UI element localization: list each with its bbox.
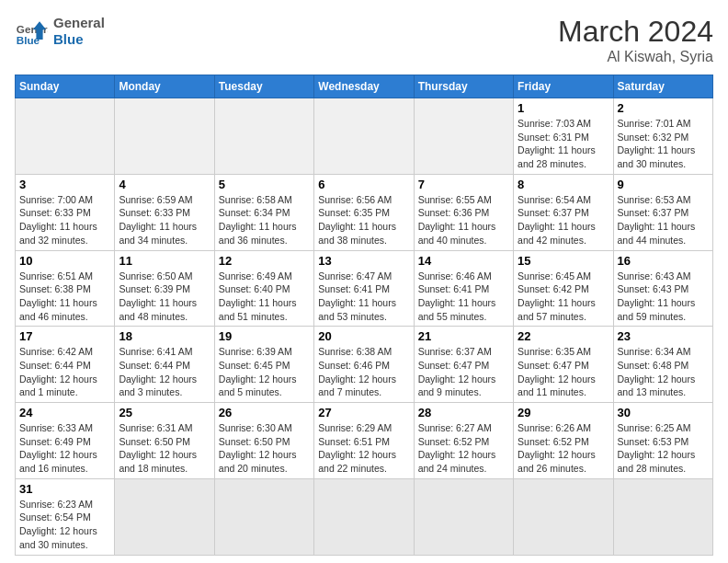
calendar-cell: 30Sunrise: 6:25 AMSunset: 6:53 PMDayligh… — [613, 403, 712, 479]
day-number: 2 — [618, 101, 709, 115]
title-area: March 2024 Al Kiswah, Syria — [558, 15, 713, 65]
day-number: 25 — [119, 406, 210, 419]
day-number: 14 — [418, 254, 509, 268]
day-info: Sunrise: 6:47 AMSunset: 6:41 PMDaylight:… — [318, 270, 409, 324]
calendar-cell: 27Sunrise: 6:29 AMSunset: 6:51 PMDayligh… — [314, 403, 414, 479]
day-info: Sunrise: 6:26 AMSunset: 6:52 PMDaylight:… — [518, 421, 609, 476]
calendar-cell — [16, 98, 115, 175]
day-info: Sunrise: 6:54 AMSunset: 6:37 PMDaylight:… — [518, 193, 609, 247]
day-info: Sunrise: 6:43 AMSunset: 6:43 PMDaylight:… — [618, 270, 709, 324]
calendar-cell: 23Sunrise: 6:34 AMSunset: 6:48 PMDayligh… — [613, 327, 712, 403]
calendar-cell — [414, 98, 513, 175]
calendar-cell: 7Sunrise: 6:55 AMSunset: 6:36 PMDaylight… — [414, 174, 513, 250]
calendar-cell — [314, 478, 414, 555]
day-number: 20 — [318, 329, 409, 343]
day-number: 31 — [19, 482, 110, 496]
day-info: Sunrise: 6:49 AMSunset: 6:40 PMDaylight:… — [219, 270, 310, 324]
day-number: 9 — [618, 178, 709, 191]
calendar-cell: 13Sunrise: 6:47 AMSunset: 6:41 PMDayligh… — [314, 250, 414, 327]
logo: General Blue General Blue — [15, 15, 105, 48]
calendar-cell: 4Sunrise: 6:59 AMSunset: 6:33 PMDaylight… — [115, 174, 214, 250]
day-info: Sunrise: 6:50 AMSunset: 6:39 PMDaylight:… — [119, 270, 210, 324]
calendar-cell: 21Sunrise: 6:37 AMSunset: 6:47 PMDayligh… — [414, 327, 513, 403]
calendar-cell — [514, 478, 613, 555]
day-number: 18 — [119, 329, 210, 343]
calendar-cell: 14Sunrise: 6:46 AMSunset: 6:41 PMDayligh… — [414, 250, 513, 327]
day-info: Sunrise: 6:31 AMSunset: 6:50 PMDaylight:… — [119, 421, 210, 476]
week-row-3: 17Sunrise: 6:42 AMSunset: 6:44 PMDayligh… — [16, 327, 713, 403]
column-header-sunday: Sunday — [16, 75, 115, 98]
day-number: 26 — [219, 406, 310, 419]
calendar-cell: 24Sunrise: 6:33 AMSunset: 6:49 PMDayligh… — [16, 403, 115, 479]
calendar-cell: 15Sunrise: 6:45 AMSunset: 6:42 PMDayligh… — [514, 250, 613, 327]
day-number: 1 — [518, 101, 609, 115]
calendar-cell: 26Sunrise: 6:30 AMSunset: 6:50 PMDayligh… — [214, 403, 313, 479]
calendar-cell: 8Sunrise: 6:54 AMSunset: 6:37 PMDaylight… — [514, 174, 613, 250]
day-info: Sunrise: 7:01 AMSunset: 6:32 PMDaylight:… — [618, 117, 709, 171]
week-row-0: 1Sunrise: 7:03 AMSunset: 6:31 PMDaylight… — [16, 98, 713, 175]
day-number: 8 — [518, 178, 609, 191]
calendar-cell: 9Sunrise: 6:53 AMSunset: 6:37 PMDaylight… — [613, 174, 712, 250]
day-number: 27 — [318, 406, 409, 419]
day-number: 19 — [219, 329, 310, 343]
day-info: Sunrise: 7:03 AMSunset: 6:31 PMDaylight:… — [518, 117, 609, 171]
day-info: Sunrise: 6:56 AMSunset: 6:35 PMDaylight:… — [318, 193, 409, 247]
calendar-cell: 22Sunrise: 6:35 AMSunset: 6:47 PMDayligh… — [514, 327, 613, 403]
day-info: Sunrise: 6:46 AMSunset: 6:41 PMDaylight:… — [418, 270, 509, 324]
day-number: 17 — [19, 329, 110, 343]
location: Al Kiswah, Syria — [558, 49, 713, 65]
calendar: SundayMondayTuesdayWednesdayThursdayFrid… — [15, 75, 713, 556]
day-number: 28 — [418, 406, 509, 419]
calendar-cell — [314, 98, 414, 175]
calendar-cell: 29Sunrise: 6:26 AMSunset: 6:52 PMDayligh… — [514, 403, 613, 479]
day-number: 23 — [618, 329, 709, 343]
week-row-5: 31Sunrise: 6:23 AMSunset: 6:54 PMDayligh… — [16, 478, 713, 555]
day-number: 5 — [219, 178, 310, 191]
calendar-cell: 18Sunrise: 6:41 AMSunset: 6:44 PMDayligh… — [115, 327, 214, 403]
calendar-cell: 2Sunrise: 7:01 AMSunset: 6:32 PMDaylight… — [613, 98, 712, 175]
calendar-cell — [214, 98, 313, 175]
calendar-cell: 11Sunrise: 6:50 AMSunset: 6:39 PMDayligh… — [115, 250, 214, 327]
calendar-header-row: SundayMondayTuesdayWednesdayThursdayFrid… — [16, 75, 713, 98]
day-number: 15 — [518, 254, 609, 268]
day-info: Sunrise: 6:34 AMSunset: 6:48 PMDaylight:… — [618, 345, 709, 399]
calendar-cell: 10Sunrise: 6:51 AMSunset: 6:38 PMDayligh… — [16, 250, 115, 327]
column-header-saturday: Saturday — [613, 75, 712, 98]
day-number: 21 — [418, 329, 509, 343]
day-info: Sunrise: 6:37 AMSunset: 6:47 PMDaylight:… — [418, 345, 509, 399]
header: General Blue General Blue March 2024 Al … — [15, 15, 713, 65]
week-row-4: 24Sunrise: 6:33 AMSunset: 6:49 PMDayligh… — [16, 403, 713, 479]
day-number: 12 — [219, 254, 310, 268]
calendar-cell — [214, 478, 313, 555]
day-info: Sunrise: 6:33 AMSunset: 6:49 PMDaylight:… — [19, 421, 110, 476]
logo-general: General — [53, 15, 105, 31]
day-info: Sunrise: 6:55 AMSunset: 6:36 PMDaylight:… — [418, 193, 509, 247]
day-info: Sunrise: 6:23 AMSunset: 6:54 PMDaylight:… — [19, 498, 110, 552]
week-row-1: 3Sunrise: 7:00 AMSunset: 6:33 PMDaylight… — [16, 174, 713, 250]
day-info: Sunrise: 6:42 AMSunset: 6:44 PMDaylight:… — [19, 345, 110, 399]
calendar-cell — [414, 478, 513, 555]
column-header-tuesday: Tuesday — [214, 75, 313, 98]
day-number: 4 — [119, 178, 210, 191]
calendar-cell — [115, 98, 214, 175]
day-info: Sunrise: 6:58 AMSunset: 6:34 PMDaylight:… — [219, 193, 310, 247]
column-header-thursday: Thursday — [414, 75, 513, 98]
calendar-cell: 16Sunrise: 6:43 AMSunset: 6:43 PMDayligh… — [613, 250, 712, 327]
month-title: March 2024 — [558, 15, 713, 49]
day-number: 3 — [19, 178, 110, 191]
day-number: 24 — [19, 406, 110, 419]
day-number: 22 — [518, 329, 609, 343]
calendar-cell: 5Sunrise: 6:58 AMSunset: 6:34 PMDaylight… — [214, 174, 313, 250]
calendar-cell: 1Sunrise: 7:03 AMSunset: 6:31 PMDaylight… — [514, 98, 613, 175]
day-info: Sunrise: 6:35 AMSunset: 6:47 PMDaylight:… — [518, 345, 609, 399]
calendar-cell: 31Sunrise: 6:23 AMSunset: 6:54 PMDayligh… — [16, 478, 115, 555]
calendar-cell: 12Sunrise: 6:49 AMSunset: 6:40 PMDayligh… — [214, 250, 313, 327]
day-info: Sunrise: 6:29 AMSunset: 6:51 PMDaylight:… — [318, 421, 409, 476]
day-number: 6 — [318, 178, 409, 191]
column-header-monday: Monday — [115, 75, 214, 98]
week-row-2: 10Sunrise: 6:51 AMSunset: 6:38 PMDayligh… — [16, 250, 713, 327]
day-number: 7 — [418, 178, 509, 191]
day-number: 10 — [19, 254, 110, 268]
day-number: 30 — [618, 406, 709, 419]
calendar-cell: 20Sunrise: 6:38 AMSunset: 6:46 PMDayligh… — [314, 327, 414, 403]
